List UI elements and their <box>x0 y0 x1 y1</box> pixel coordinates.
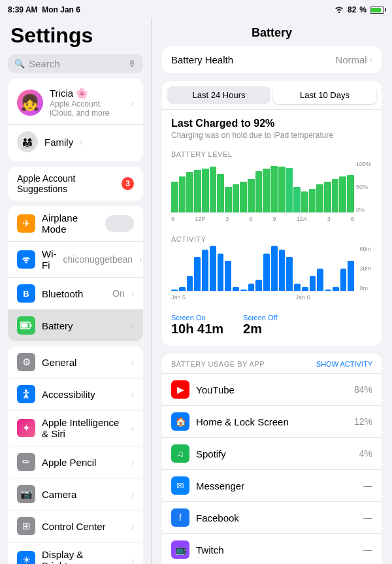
display-chevron: › <box>131 556 134 565</box>
accessibility-label: Accessibility <box>42 389 125 400</box>
health-chevron: › <box>370 55 372 65</box>
pencil-icon: ✏ <box>17 453 35 471</box>
app-usage: — <box>363 480 372 491</box>
profile-section: 👧 Tricia 🌸 Apple Account, iCloud, and mo… <box>8 78 143 161</box>
battery-bar <box>240 182 247 212</box>
battery-status-icon <box>370 7 384 14</box>
page-title: Settings <box>0 18 151 52</box>
apple-suggestions[interactable]: Apple Account Suggestions 3 <box>8 167 143 201</box>
sidebar-item-camera[interactable]: 📷 Camera › <box>8 478 143 510</box>
suggestions-label: Apple Account Suggestions <box>17 173 122 194</box>
sidebar-item-control[interactable]: ⊞ Control Center › <box>8 510 143 542</box>
sidebar-item-general[interactable]: ⚙ General › <box>8 346 143 378</box>
battery-bar <box>186 172 193 212</box>
activity-y-labels: 60m 30m 0m <box>358 246 372 291</box>
battery-bar <box>324 182 331 212</box>
tab-24h[interactable]: Last 24 Hours <box>167 86 270 104</box>
svg-rect-2 <box>31 324 32 327</box>
status-time: 8:39 AM Mon Jan 6 <box>8 5 80 14</box>
activity-bar <box>255 280 262 291</box>
activity-chart-section: ACTIVITY 60m 30m 0m Jan 5Jan 6 <box>162 230 382 308</box>
sidebar: Settings 🔍 Search 🎙 👧 Tricia 🌸 Apple Acc… <box>0 18 152 564</box>
activity-bar <box>325 290 331 291</box>
battery-percent: 82 <box>348 5 356 14</box>
battery-health-card[interactable]: Battery Health Normal › <box>162 46 382 73</box>
charge-sub: Charging was on hold due to iPad tempera… <box>171 131 372 140</box>
battery-bar <box>286 168 293 212</box>
battery-bar <box>270 166 278 212</box>
mic-icon[interactable]: 🎙 <box>128 59 137 69</box>
battery-bar <box>255 171 263 212</box>
sidebar-item-bluetooth[interactable]: B Bluetooth On › <box>8 278 143 310</box>
battery-level-label: BATTERY LEVEL <box>171 150 372 158</box>
battery-label: Battery <box>42 320 125 331</box>
activity-bar <box>348 261 354 291</box>
control-label: Control Center <box>42 521 125 532</box>
sidebar-item-pencil[interactable]: ✏ Apple Pencil › <box>8 446 143 478</box>
camera-icon: 📷 <box>17 485 35 503</box>
bluetooth-value: On <box>112 288 125 299</box>
profile-name: Tricia 🌸 <box>50 88 125 99</box>
activity-bar <box>233 287 239 291</box>
accessibility-chevron: › <box>131 390 134 399</box>
battery-bar <box>293 187 301 213</box>
chevron-icon-family: › <box>80 137 82 147</box>
profile-sub: Apple Account, iCloud, and more <box>50 99 125 118</box>
display-icon: ☀ <box>17 551 35 564</box>
settings-group-main: ⚙ General › Accessibility › ✦ Apple Inte… <box>8 346 143 564</box>
app-name: Facebook <box>196 512 357 523</box>
search-bar[interactable]: 🔍 Search 🎙 <box>8 54 143 73</box>
app-icon: 📺 <box>171 540 189 559</box>
battery-level-chart: 100% 50% 0% <box>171 161 372 213</box>
app-usage: 12% <box>354 416 372 427</box>
activity-bar <box>302 287 308 291</box>
charge-info: Last Charged to 92% Charging was on hold… <box>162 110 382 145</box>
battery-bar <box>217 174 224 212</box>
profile-tricia[interactable]: 👧 Tricia 🌸 Apple Account, iCloud, and mo… <box>8 81 143 125</box>
activity-bar <box>218 254 224 291</box>
airplane-toggle[interactable] <box>105 215 134 232</box>
screen-off-value: 2m <box>243 322 277 337</box>
wifi-settings-icon <box>17 250 35 269</box>
app-row[interactable]: ✉ Messenger — <box>162 470 382 502</box>
search-input[interactable]: Search <box>29 58 124 69</box>
sidebar-item-accessibility[interactable]: Accessibility › <box>8 378 143 410</box>
battery-bar <box>263 169 270 212</box>
activity-label: ACTIVITY <box>171 235 372 243</box>
show-activity-button[interactable]: SHOW ACTIVITY <box>316 360 372 368</box>
camera-chevron: › <box>131 489 134 499</box>
battery-x-labels: 912P36912A36 <box>171 216 372 222</box>
activity-bar <box>171 290 178 291</box>
app-row[interactable]: ▶ YouTube 84% <box>162 374 382 406</box>
profile-family[interactable]: 👨‍👩‍👧 Family › <box>8 125 143 159</box>
sidebar-scroll: 👧 Tricia 🌸 Apple Account, iCloud, and mo… <box>0 78 151 564</box>
app-row[interactable]: 🏠 Home & Lock Screen 12% <box>162 406 382 438</box>
sidebar-item-display[interactable]: ☀ Display & Brightness › <box>8 542 143 564</box>
battery-bar <box>248 179 255 212</box>
wifi-label: Wi-Fi <box>42 248 57 271</box>
app-name: Home & Lock Screen <box>196 416 348 427</box>
sidebar-item-siri[interactable]: ✦ Apple Intelligence & Siri › <box>8 410 143 446</box>
activity-bar <box>271 246 278 291</box>
app-row[interactable]: 📺 Twitch — <box>162 534 382 564</box>
sidebar-item-airplane[interactable]: ✈ Airplane Mode <box>8 206 143 242</box>
airplane-label: Airplane Mode <box>42 212 99 235</box>
sidebar-item-battery[interactable]: Battery › <box>8 310 143 341</box>
battery-bar <box>194 170 201 212</box>
activity-bar <box>340 269 347 291</box>
status-bar: 8:39 AM Mon Jan 6 82% <box>0 0 392 18</box>
avatar-family: 👨‍👩‍👧 <box>17 131 38 152</box>
app-icon: ♫ <box>171 444 189 463</box>
sidebar-item-wifi[interactable]: Wi-Fi chiconuggetbean › <box>8 242 143 278</box>
battery-y-labels: 100% 50% 0% <box>355 161 372 213</box>
app-usage: 4% <box>359 448 372 459</box>
battery-page-title: Battery <box>152 18 392 46</box>
screen-on: Screen On 10h 41m <box>171 314 223 337</box>
app-row[interactable]: f Facebook — <box>162 502 382 534</box>
battery-bar <box>301 191 308 212</box>
app-row[interactable]: ♫ Spotify 4% <box>162 438 382 470</box>
battery-settings-icon <box>17 316 35 335</box>
content-inner: Battery Health Normal › Last 24 Hours La… <box>152 46 392 564</box>
tab-10d[interactable]: Last 10 Days <box>273 86 376 104</box>
battery-chevron: › <box>131 321 134 331</box>
